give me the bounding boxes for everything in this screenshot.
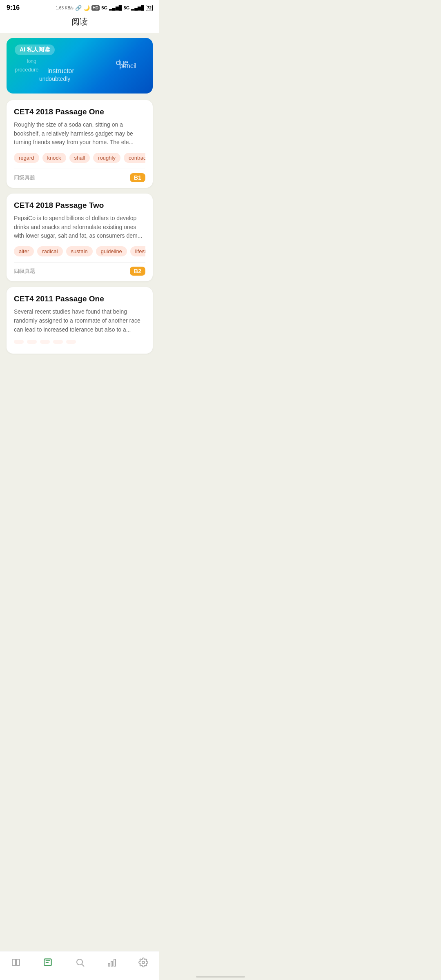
level-badge-1: B1	[130, 173, 145, 182]
tag-alter[interactable]: alter	[14, 246, 34, 256]
passage-card-1[interactable]: CET4 2018 Passage One Roughly the size o…	[7, 100, 153, 188]
passage-excerpt-2: PepsiCo is to spend billions of dollars …	[14, 214, 145, 241]
5g-icon-2: 5G	[124, 5, 130, 10]
tag-tolerance[interactable]	[53, 340, 63, 344]
passage-title-3: CET4 2011 Passage One	[14, 294, 145, 303]
float-word-undoubtedly: undoubtedly	[39, 76, 70, 82]
tag-random[interactable]	[14, 340, 24, 344]
battery-icon: 72	[146, 5, 153, 11]
passage-tags-2: alter radical sustain guideline lifestyl…	[14, 246, 145, 256]
passage-excerpt-3: Several recent studies have found that b…	[14, 307, 145, 334]
float-word-instructor: instructor	[47, 67, 74, 75]
ai-banner-label: AI 私人阅读	[15, 45, 55, 55]
passage-tags-1: regard knock shall roughly contractor	[14, 153, 145, 163]
passage-title-2: CET4 2018 Passage Two	[14, 201, 145, 210]
ai-banner-words: long due procedure instructor pencil und…	[15, 58, 145, 87]
passage-card-2[interactable]: CET4 2018 Passage Two PepsiCo is to spen…	[7, 194, 153, 281]
passage-excerpt-1: Roughly the size of a soda can, sitting …	[14, 120, 145, 147]
tag-radical[interactable]: radical	[37, 246, 62, 256]
hd-badge: HD	[91, 5, 100, 11]
tag-lifestyle[interactable]: lifestyle	[130, 246, 145, 256]
passage-title-1: CET4 2018 Passage One	[14, 107, 145, 116]
tag-shall[interactable]: shall	[69, 153, 90, 163]
passage-card-3[interactable]: CET4 2011 Passage One Several recent stu…	[7, 287, 153, 354]
tag-roughly[interactable]: roughly	[93, 153, 120, 163]
5g-icon: 5G	[101, 5, 107, 10]
card-category-2: 四级真题	[14, 267, 35, 275]
status-bar: 9:16 1.63 KB/s 🔗 🌙 HD 5G ▂▄▆█ 5G ▂▄▆█ 72	[0, 0, 159, 14]
card-footer-1: 四级真题 B1	[14, 169, 145, 182]
signal-bars: ▂▄▆█	[109, 5, 122, 11]
passage-tags-3	[14, 340, 145, 344]
signal-bars-2: ▂▄▆█	[131, 5, 144, 11]
tag-diverse[interactable]	[66, 340, 76, 344]
card-category-1: 四级真题	[14, 174, 35, 181]
float-word-pencil: pencil	[119, 62, 136, 70]
level-badge-2: B2	[130, 267, 145, 276]
tag-guideline[interactable]: guideline	[96, 246, 127, 256]
network-speed: 1.63 KB/s	[56, 6, 74, 10]
status-time: 9:16	[7, 4, 20, 11]
card-footer-2: 四级真题 B2	[14, 262, 145, 276]
moon-icon: 🌙	[83, 5, 90, 11]
tag-race[interactable]	[40, 340, 50, 344]
tag-sustain[interactable]: sustain	[66, 246, 93, 256]
main-content: AI 私人阅读 long due procedure instructor pe…	[0, 33, 159, 392]
tag-assign[interactable]	[27, 340, 37, 344]
tag-regard[interactable]: regard	[14, 153, 39, 163]
float-word-procedure: procedure	[15, 67, 39, 73]
signal-icon: 🔗	[75, 5, 82, 11]
ai-banner[interactable]: AI 私人阅读 long due procedure instructor pe…	[7, 38, 153, 94]
float-word-long: long	[27, 58, 36, 64]
page-title: 阅读	[0, 14, 159, 33]
status-icons: 1.63 KB/s 🔗 🌙 HD 5G ▂▄▆█ 5G ▂▄▆█ 72	[56, 5, 153, 11]
tag-knock[interactable]: knock	[42, 153, 66, 163]
tag-contractor[interactable]: contractor	[124, 153, 145, 163]
